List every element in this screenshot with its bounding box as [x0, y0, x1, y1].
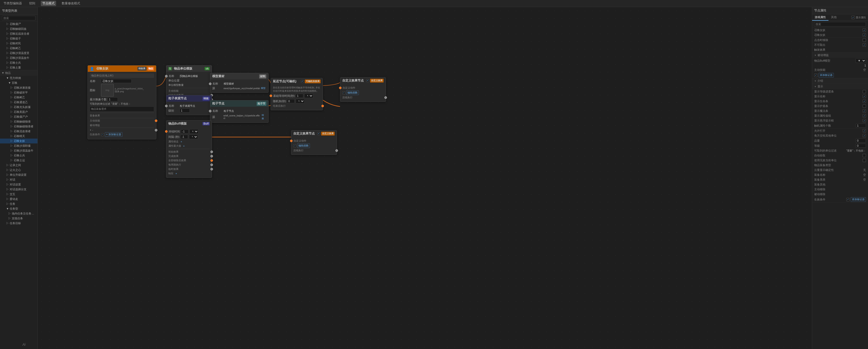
node-item-buff[interactable]: 物品Buff模版 Buff 持续时间 ▼ 间隔 (秒) ▼ — [166, 120, 212, 178]
sidebar-item-passage[interactable]: ▷ 石唤通道乙 — [0, 100, 37, 105]
prop-check-show-time[interactable] — [863, 38, 866, 42]
sidebar-item-task[interactable]: ▷ 任务 — [0, 202, 37, 206]
sidebar-item-tree2[interactable]: ▷ 石唤树乙 — [0, 95, 37, 100]
passive-port[interactable] — [155, 129, 157, 132]
node-delay[interactable]: 延迟节点(可融机) 可融机实效果 您任意当前目标管理时得触发手等待机制, 并在分… — [271, 78, 323, 110]
prop-no-exchange-check[interactable] — [863, 134, 866, 137]
menu-node-mode[interactable]: 节点模式 — [41, 1, 56, 6]
prop-show-hp-check[interactable] — [863, 100, 866, 103]
buff-init-port[interactable] — [211, 150, 213, 153]
prop-show-attr-check[interactable] — [863, 114, 866, 117]
sidebar-item-heavy[interactable]: ▷ 石唤土重 — [0, 65, 37, 70]
node-particle-child[interactable]: 粒子节点 粒子节 名称 粒子节点 源 w/ell_scene_baijian_0… — [210, 100, 269, 123]
custom2-edit-check[interactable] — [293, 144, 296, 147]
sidebar-item-touch-cat2[interactable]: ▷ 石唤触碰猫倩者 — [0, 124, 37, 129]
tab-game-props[interactable]: 游戏属性 — [812, 14, 829, 21]
active-skill-port[interactable] — [155, 119, 157, 122]
random-add-input[interactable] — [287, 99, 294, 103]
custom1-edit-func-btn[interactable]: 编辑函数 — [346, 91, 359, 95]
sidebar-item-transport[interactable]: ▷ 石唤士运 — [0, 158, 37, 163]
prop-show-level-check[interactable] — [863, 90, 866, 93]
prop-check-not-remove[interactable] — [863, 43, 866, 47]
buff-all-remove-port[interactable] — [211, 159, 213, 162]
sidebar-item-ice-direct[interactable]: ▷ 召唤冰液首接 — [0, 85, 37, 90]
prop-passive-header[interactable]: ▼ 被动增益 — [812, 53, 868, 58]
sidebar-item-bald-demon[interactable]: ▷ 石唤光头妖僵 — [0, 105, 37, 109]
quality-input[interactable] — [856, 139, 866, 143]
right-search-input[interactable] — [814, 22, 866, 27]
prop-show-mp-check[interactable] — [863, 109, 866, 113]
unit-model-left-port[interactable] — [165, 75, 167, 77]
sidebar-item-touch-cat1[interactable]: ▷ 石唤触碰猫倩 — [0, 119, 37, 124]
particle-left-port[interactable] — [165, 105, 167, 107]
prop-effect-check[interactable] — [846, 198, 849, 201]
custom1-check[interactable] — [366, 79, 369, 82]
base-wait-select[interactable]: ▼ — [304, 94, 313, 98]
sidebar-item-movement[interactable]: ▷ 爱动走 — [0, 197, 37, 202]
sidebar-item-field-task[interactable]: ▷ 场内任务注任务类型 — [0, 211, 37, 216]
prop-display-header[interactable]: ▼ 显示 — [812, 84, 868, 89]
delay-check[interactable] — [301, 80, 304, 83]
sidebar-item-desert-cow[interactable]: ▷ 石唤沙漠温血牛 — [0, 148, 37, 153]
sidebar-item-summon-desert2[interactable]: ▷ 召唤沙漠温血牛 — [0, 56, 37, 60]
prop-allow-unlock-check[interactable] — [863, 129, 866, 133]
custom1-edit-check[interactable] — [342, 92, 345, 94]
custom2-edit-func-btn[interactable]: 编辑函数 — [297, 143, 310, 148]
life-condition-check[interactable] — [101, 133, 104, 136]
prop-intro-header[interactable]: ▼ 介绍 — [812, 78, 868, 83]
sidebar-item-interaction[interactable]: ▷ 交互 — [0, 192, 37, 197]
custom2-then-port[interactable] — [335, 149, 338, 152]
buff-period-port[interactable] — [211, 164, 213, 166]
then-exec-port[interactable] — [321, 105, 324, 107]
sidebar-item-sunny[interactable]: ▷ 石唤晴天 — [0, 134, 37, 139]
sidebar-item-summon-hp[interactable]: ▷ 召唤触碰回血 — [0, 27, 37, 31]
buff-duration-input[interactable] — [181, 130, 188, 134]
sidebar-item-dialog[interactable]: ▷ 对话 — [0, 177, 37, 182]
sidebar-item-side-task[interactable]: ▷ 支线任务 — [0, 216, 37, 221]
add-condition-btn[interactable]: 添加验证器 — [818, 73, 834, 77]
sidebar-item-dialog-settings[interactable]: ▷ 对话设置 — [0, 182, 37, 187]
max-count-input[interactable] — [107, 97, 118, 101]
add-validator-btn[interactable]: + 添加验证器 — [105, 132, 122, 137]
sidebar-item-dialog-branch[interactable]: ▷ 对话选择分支 — [0, 187, 37, 192]
sidebar-item-task-type[interactable]: ▼ 任务型 — [0, 206, 37, 211]
particle-child-left-port[interactable] — [209, 110, 212, 112]
node-summon-female[interactable]: 👤 召唤女妖 特效果 物品 物品单位(在地上时) 名称 图标 img p_pcw… — [88, 65, 156, 139]
prop-show-shield-check[interactable] — [863, 104, 866, 108]
menu-type-editor[interactable]: 节类型编辑器 — [2, 1, 24, 6]
node-particle-node[interactable]: 粒子表观节点 特效 名称 粒子表观节点 级别 — [166, 95, 212, 115]
prop-add-cond-check[interactable] — [814, 74, 817, 77]
buff-duration-select[interactable]: ▼ — [189, 129, 198, 134]
base-wait-input[interactable] — [296, 94, 303, 98]
sidebar-item-destroy[interactable]: ▷ 石唤破坏平 — [0, 90, 37, 95]
prop-show-hover-check[interactable] — [863, 119, 866, 122]
search-input[interactable] — [2, 16, 35, 21]
random-add-select[interactable]: ▼ — [296, 99, 305, 103]
buff-left-port[interactable] — [165, 130, 167, 133]
sidebar-item-flow-change[interactable]: ▷ 石唤流改倩者 — [0, 129, 37, 134]
rank-input[interactable] — [856, 144, 866, 148]
sidebar-item-face-house[interactable]: ▷ 石唤美面户 — [0, 109, 37, 114]
sidebar-item-summon-tree[interactable]: ▷ 召唤树乙 — [0, 46, 37, 51]
show-display-check[interactable] — [851, 16, 855, 19]
touch-points-input[interactable] — [856, 124, 866, 128]
buff-attr-max-add[interactable]: + — [183, 145, 185, 147]
sidebar-item-summon-melee[interactable]: ▷ 召唤近战攻击者 — [0, 31, 37, 36]
sidebar-item-summon-box[interactable]: ▷ 召唤箱子 — [0, 36, 37, 41]
custom2-check[interactable] — [317, 132, 320, 135]
sidebar-item-summon-desert1[interactable]: ▷ 召唤沙漠温度里 — [0, 51, 37, 56]
sidebar-item-record-between[interactable]: ▷ 让录之间 — [0, 163, 37, 168]
node-model-material[interactable]: 模型素材 材料 名称 模型素材 源 xtest2/guifunyao_ory1/… — [210, 73, 269, 93]
buff-temp-port[interactable] — [211, 168, 213, 170]
prop-auto-pickup-check[interactable] — [863, 154, 866, 157]
sidebar-item-unit-upgrade[interactable]: ▷ 单位升级设置 — [0, 172, 37, 177]
prop-check-name1[interactable] — [863, 29, 866, 32]
menu-modify-mode[interactable]: 数量修改模式 — [60, 1, 82, 6]
custom1-then-port[interactable] — [384, 96, 387, 99]
canvas-area[interactable]: 👤 召唤女妖 特效果 物品 物品单位(在地上时) 名称 图标 img p_pcw… — [38, 7, 812, 349]
menu-switch[interactable]: 切到 — [28, 1, 37, 6]
buff-interval-select[interactable]: ▼ — [189, 135, 198, 139]
model-left-port[interactable] — [209, 82, 212, 85]
sidebar-item-hundred-call[interactable]: ▼ 百唤 — [0, 80, 37, 85]
sidebar-item-task-goal[interactable]: ▷ 任务目标 — [0, 221, 37, 226]
